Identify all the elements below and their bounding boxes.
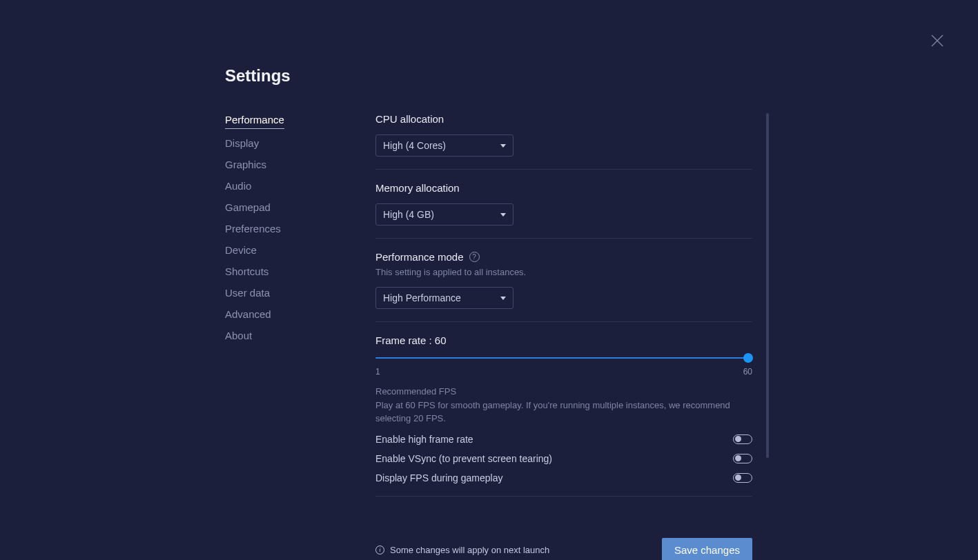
sidebar-item-shortcuts[interactable]: Shortcuts <box>225 265 268 279</box>
page-title: Settings <box>225 66 752 86</box>
sidebar-item-gamepad[interactable]: Gamepad <box>225 201 271 214</box>
footer: i Some changes will apply on next launch… <box>375 538 752 560</box>
toggle-knob <box>735 436 741 442</box>
slider-max-label: 60 <box>743 367 752 377</box>
sidebar-item-advanced[interactable]: Advanced <box>225 308 271 321</box>
toggle-knob <box>735 474 741 481</box>
sidebar-item-device[interactable]: Device <box>225 243 257 257</box>
perf-mode-helper: This setting is applied to all instances… <box>375 267 752 277</box>
memory-label: Memory allocation <box>375 182 752 194</box>
cpu-label: CPU allocation <box>375 113 752 125</box>
sidebar-item-about[interactable]: About <box>225 329 252 343</box>
cpu-select-value: High (4 Cores) <box>383 140 446 151</box>
section-cpu-allocation: CPU allocation High (4 Cores) <box>375 113 752 170</box>
sidebar-item-audio[interactable]: Audio <box>225 179 251 193</box>
scrollbar[interactable] <box>766 113 769 458</box>
chevron-down-icon <box>500 213 506 217</box>
toggle-row-high-fps: Enable high frame rate <box>375 434 752 445</box>
sidebar-item-performance[interactable]: Performance <box>225 113 284 129</box>
close-icon <box>931 34 943 47</box>
memory-select[interactable]: High (4 GB) <box>375 203 514 226</box>
perf-mode-select[interactable]: High Performance <box>375 287 514 309</box>
toggle-row-display-fps: Display FPS during gameplay <box>375 472 752 483</box>
save-changes-button[interactable]: Save changes <box>662 538 752 560</box>
section-frame-rate: Frame rate : 60 1 60 Recommended FPS <box>375 334 752 497</box>
perf-mode-label-text: Performance mode <box>375 251 464 263</box>
section-memory-allocation: Memory allocation High (4 GB) <box>375 182 752 239</box>
toggle-vsync[interactable] <box>733 454 752 463</box>
frame-rate-slider[interactable] <box>375 353 752 363</box>
sidebar-item-user-data[interactable]: User data <box>225 286 270 300</box>
help-icon[interactable]: ? <box>469 252 480 262</box>
toggle-label-vsync: Enable VSync (to prevent screen tearing) <box>375 453 552 464</box>
chevron-down-icon <box>500 297 506 300</box>
perf-mode-select-value: High Performance <box>383 292 461 303</box>
frame-rate-label: Frame rate : 60 <box>375 334 752 346</box>
sidebar: Performance Display Graphics Audio Gamep… <box>225 113 375 560</box>
footer-notice: Some changes will apply on next launch <box>390 545 549 555</box>
cpu-select[interactable]: High (4 Cores) <box>375 134 514 157</box>
toggle-high-fps[interactable] <box>733 434 752 444</box>
close-button[interactable] <box>931 34 943 47</box>
toggle-knob <box>735 455 741 461</box>
sidebar-item-graphics[interactable]: Graphics <box>225 158 266 172</box>
perf-mode-label: Performance mode ? <box>375 251 752 263</box>
fps-reco-desc: Play at 60 FPS for smooth gameplay. If y… <box>375 399 752 426</box>
toggle-label-display-fps: Display FPS during gameplay <box>375 472 502 483</box>
content: CPU allocation High (4 Cores) Memory all… <box>375 113 752 560</box>
chevron-down-icon <box>500 144 506 148</box>
slider-track-line <box>375 357 752 359</box>
fps-reco-title: Recommended FPS <box>375 386 752 397</box>
info-icon: i <box>375 546 384 554</box>
toggle-display-fps[interactable] <box>733 473 752 483</box>
section-performance-mode: Performance mode ? This setting is appli… <box>375 251 752 322</box>
slider-thumb[interactable] <box>743 353 753 363</box>
sidebar-item-preferences[interactable]: Preferences <box>225 222 281 236</box>
memory-select-value: High (4 GB) <box>383 209 434 220</box>
sidebar-item-display[interactable]: Display <box>225 137 259 150</box>
toggle-label-high-fps: Enable high frame rate <box>375 434 473 445</box>
toggle-row-vsync: Enable VSync (to prevent screen tearing) <box>375 453 752 464</box>
slider-min-label: 1 <box>375 367 380 377</box>
